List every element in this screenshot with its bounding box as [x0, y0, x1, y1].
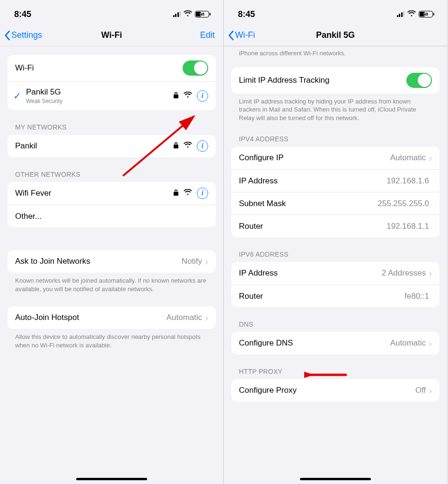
- screen-wifi-list: 8:45 38 Settings Wi-Fi Edit Wi-Fi ✓: [0, 0, 224, 484]
- row-label: Subnet Mask: [239, 199, 378, 208]
- back-button[interactable]: Settings: [4, 30, 42, 41]
- cellular-icon: [173, 11, 181, 17]
- check-icon: ✓: [13, 90, 21, 102]
- chevron-right-icon: ›: [429, 385, 432, 396]
- row-value: Automatic: [390, 338, 426, 348]
- back-button[interactable]: Wi-Fi: [228, 30, 255, 41]
- auto-hotspot-value: Automatic: [167, 313, 202, 322]
- dns-header: DNS: [231, 320, 439, 332]
- status-bar: 8:45 38: [0, 0, 223, 25]
- ask-join-footer: Known networks will be joined automatica…: [8, 273, 216, 293]
- limit-tracking-label: Limit IP Address Tracking: [239, 76, 406, 85]
- chevron-right-icon: ›: [429, 268, 432, 279]
- chevron-right-icon: ›: [429, 153, 432, 164]
- proxy-header: HTTP Proxy: [231, 368, 439, 379]
- row-value: 255.255.255.0: [378, 199, 429, 208]
- row-value: Off: [415, 386, 426, 395]
- chevron-left-icon: [4, 30, 10, 41]
- auto-hotspot-row[interactable]: Auto-Join Hotspot Automatic ›: [8, 306, 216, 329]
- ip-address-row: IP Address 192.168.1.6: [231, 169, 439, 192]
- row-label: Router: [239, 222, 387, 231]
- wifi-toggle[interactable]: [183, 60, 208, 76]
- wifi-signal-icon: [184, 189, 192, 198]
- ipv6-header: IPV6 Address: [231, 251, 439, 262]
- configure-proxy-row[interactable]: Configure Proxy Off ›: [231, 379, 439, 402]
- status-time: 8:45: [238, 9, 255, 19]
- network-row[interactable]: Wifi Fever i: [8, 182, 216, 205]
- wifi-toggle-row[interactable]: Wi-Fi: [8, 55, 216, 81]
- home-indicator[interactable]: [76, 478, 147, 480]
- chevron-right-icon: ›: [205, 256, 208, 267]
- page-title: Wi-Fi: [101, 30, 122, 40]
- limit-tracking-toggle[interactable]: [406, 73, 432, 88]
- row-value: 2 Addresses: [382, 268, 426, 278]
- lock-icon: [173, 92, 179, 100]
- configure-ip-row[interactable]: Configure IP Automatic ›: [231, 147, 439, 169]
- auto-hotspot-label: Auto-Join Hotspot: [15, 313, 167, 322]
- home-indicator[interactable]: [300, 478, 371, 480]
- row-value: fe80::1: [404, 292, 429, 301]
- row-value: 192.168.1.6: [387, 176, 429, 186]
- status-icons: 38: [397, 10, 433, 18]
- back-label: Wi-Fi: [235, 30, 255, 40]
- status-icons: 38: [173, 10, 210, 18]
- edit-button[interactable]: Edit: [200, 30, 215, 40]
- wifi-signal-icon: [184, 92, 192, 100]
- subnet-mask-row: Subnet Mask 255.255.255.0: [231, 192, 439, 215]
- nav-bar: Wi-Fi Pankil 5G: [224, 25, 447, 46]
- battery-icon: 38: [195, 11, 209, 17]
- screen-network-details: 8:45 38 Wi-Fi Pankil 5G iPhone across di…: [224, 0, 448, 484]
- lock-icon: [173, 142, 179, 150]
- ipv6-address-row[interactable]: IP Address 2 Addresses ›: [231, 262, 439, 285]
- ask-join-label: Ask to Join Networks: [15, 257, 182, 266]
- content: iPhone across different Wi-Fi networks. …: [224, 46, 447, 411]
- network-name: Wifi Fever: [15, 189, 173, 198]
- row-value: Automatic: [390, 153, 426, 163]
- info-icon[interactable]: i: [197, 140, 208, 152]
- limit-tracking-footer: Limit IP address tracking by hiding your…: [231, 94, 439, 122]
- section-my-networks: My Networks: [8, 123, 216, 135]
- ipv6-router-row: Router fe80::1: [231, 285, 439, 307]
- ipv4-header: IPV4 Address: [231, 135, 439, 147]
- info-icon[interactable]: i: [197, 188, 208, 199]
- connected-network-row[interactable]: ✓ Pankil 5G Weak Security i: [8, 81, 216, 110]
- chevron-right-icon: ›: [205, 312, 208, 323]
- battery-icon: 38: [419, 11, 433, 17]
- info-icon[interactable]: i: [197, 90, 208, 102]
- top-truncated-footer: iPhone across different Wi-Fi networks.: [224, 46, 447, 58]
- other-network-row[interactable]: Other...: [8, 205, 216, 227]
- page-title: Pankil 5G: [316, 30, 355, 40]
- limit-tracking-row[interactable]: Limit IP Address Tracking: [231, 67, 439, 94]
- row-label: Configure Proxy: [239, 386, 415, 395]
- back-label: Settings: [11, 30, 42, 40]
- status-bar: 8:45 38: [224, 0, 447, 25]
- network-name: Pankil: [15, 141, 173, 151]
- lock-icon: [173, 189, 179, 198]
- wifi-icon: [184, 10, 192, 18]
- chevron-left-icon: [228, 30, 234, 41]
- row-label: Configure IP: [239, 153, 390, 163]
- ask-join-value: Notify: [182, 257, 202, 266]
- row-label: Router: [239, 292, 404, 301]
- network-row[interactable]: Pankil i: [8, 135, 216, 157]
- status-time: 8:45: [14, 9, 31, 19]
- row-label: IP Address: [239, 268, 382, 278]
- section-other-networks: Other Networks: [8, 171, 216, 182]
- row-label: IP Address: [239, 176, 387, 186]
- wifi-icon: [407, 10, 416, 18]
- other-label: Other...: [15, 212, 208, 221]
- cellular-icon: [397, 11, 405, 17]
- chevron-right-icon: ›: [429, 338, 432, 349]
- ask-join-row[interactable]: Ask to Join Networks Notify ›: [8, 250, 216, 273]
- wifi-toggle-label: Wi-Fi: [15, 63, 183, 73]
- row-label: Configure DNS: [239, 338, 390, 348]
- router-row: Router 192.168.1.1: [231, 215, 439, 237]
- network-sub: Weak Security: [26, 98, 173, 104]
- row-value: 192.168.1.1: [387, 222, 429, 231]
- nav-bar: Settings Wi-Fi Edit: [0, 25, 223, 46]
- auto-hotspot-footer: Allow this device to automatically disco…: [8, 329, 216, 349]
- content: Wi-Fi ✓ Pankil 5G Weak Security: [0, 55, 223, 359]
- configure-dns-row[interactable]: Configure DNS Automatic ›: [231, 332, 439, 354]
- network-name: Pankil 5G: [26, 87, 61, 96]
- wifi-signal-icon: [184, 142, 192, 150]
